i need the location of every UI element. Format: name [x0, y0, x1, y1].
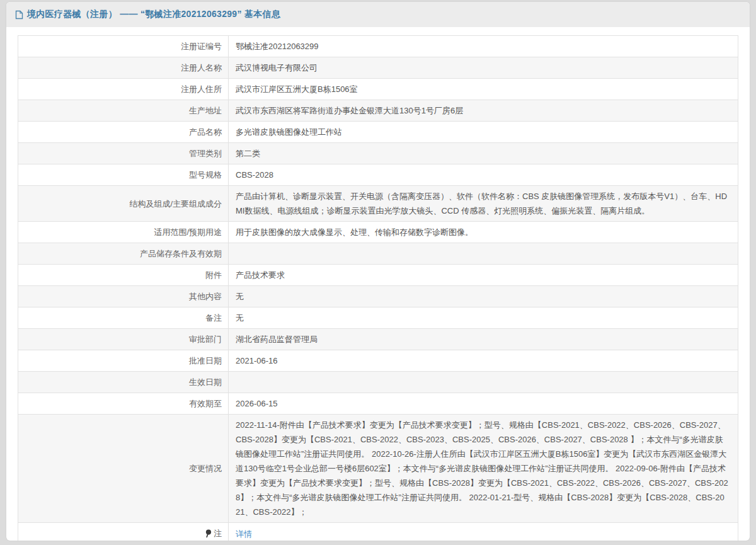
row-label-cell: 审批部门: [18, 329, 229, 350]
row-label: 结构及组成/主要组成成分: [129, 199, 222, 209]
row-value: 武汉博视电子有限公司: [229, 57, 738, 79]
row-label-cell: 备注: [18, 307, 229, 329]
row-label: 产品储存条件及有效期: [140, 249, 222, 258]
row-value: 第二类: [229, 143, 738, 164]
page-title: 境内医疗器械（注册） —— “鄂械注准20212063299” 基本信息: [27, 9, 280, 20]
row-label: 生效日期: [189, 377, 222, 387]
table-row: 注册证编号 鄂械注准20212063299: [18, 36, 738, 57]
row-value: 产品由计算机、诊断显示装置、开关电源（含隔离变压器）、软件（软件名称：CBS 皮…: [229, 186, 738, 222]
table-row: 型号规格 CBS-2028: [18, 164, 738, 186]
row-value: [229, 372, 738, 393]
row-label-cell: 批准日期: [18, 350, 229, 372]
document-icon: [15, 10, 23, 20]
table-row: 备注 无: [18, 307, 738, 329]
row-value: 无: [229, 307, 738, 329]
table-row: 有效期至 2026-06-15: [18, 393, 738, 415]
row-value: 鄂械注准20212063299: [229, 36, 738, 57]
row-label-cell: 注: [18, 523, 229, 541]
row-value: 武汉市江岸区五洲大厦B栋1506室: [229, 79, 738, 100]
row-label-cell: 产品名称: [18, 122, 229, 143]
row-label-cell: 附件: [18, 265, 229, 286]
row-value: 2026-06-15: [229, 393, 738, 415]
row-label: 注册人名称: [181, 63, 222, 72]
row-label: 有效期至: [189, 399, 222, 408]
row-label: 备注: [205, 313, 222, 323]
table-row: 注 详情: [18, 523, 738, 541]
row-label: 审批部门: [189, 335, 222, 344]
table-row: 产品储存条件及有效期: [18, 243, 738, 265]
row-label-cell: 有效期至: [18, 393, 229, 415]
row-label: 注: [214, 529, 222, 538]
table-row: 批准日期 2021-06-16: [18, 350, 738, 372]
table-row: 注册人名称 武汉博视电子有限公司: [18, 57, 738, 79]
row-value: 2022-11-14-附件由【产品技术要求】变更为【产品技术要求变更】；型号、规…: [229, 415, 738, 523]
table-row: 审批部门 湖北省药品监督管理局: [18, 329, 738, 350]
row-label-cell: 其他内容: [18, 286, 229, 307]
row-label: 型号规格: [189, 170, 222, 180]
table-container: 注册证编号 鄂械注准20212063299 注册人名称 武汉博视电子有限公司 注…: [6, 27, 750, 541]
row-value: 详情: [229, 523, 738, 541]
row-label-cell: 生效日期: [18, 372, 229, 393]
row-label: 生产地址: [189, 106, 222, 115]
row-label: 变更情况: [189, 464, 222, 473]
row-value: CBS-2028: [229, 164, 738, 186]
details-link[interactable]: 详情: [236, 529, 252, 539]
row-label: 注册证编号: [181, 42, 222, 51]
table-row: 注册人住所 武汉市江岸区五洲大厦B栋1506室: [18, 79, 738, 100]
row-value: 多光谱皮肤镜图像处理工作站: [229, 122, 738, 143]
table-row: 生效日期: [18, 372, 738, 393]
table-row: 附件 产品技术要求: [18, 265, 738, 286]
row-label-cell: 管理类别: [18, 143, 229, 164]
row-label-cell: 适用范围/预期用途: [18, 222, 229, 243]
row-label: 产品名称: [189, 127, 222, 137]
row-value: 产品技术要求: [229, 265, 738, 286]
row-label-cell: 注册人住所: [18, 79, 229, 100]
row-value: [229, 243, 738, 265]
row-label: 其他内容: [189, 292, 222, 301]
row-label: 附件: [205, 270, 222, 280]
pin-icon: [205, 527, 212, 541]
row-label-cell: 型号规格: [18, 164, 229, 186]
row-label-cell: 产品储存条件及有效期: [18, 243, 229, 265]
row-label: 管理类别: [189, 149, 222, 158]
row-value: 无: [229, 286, 738, 307]
table-row: 适用范围/预期用途 用于皮肤图像的放大成像显示、处理、传输和存储数字诊断图像。: [18, 222, 738, 243]
row-label-cell: 变更情况: [18, 415, 229, 523]
row-value: 2021-06-16: [229, 350, 738, 372]
table-row: 变更情况 2022-11-14-附件由【产品技术要求】变更为【产品技术要求变更】…: [18, 415, 738, 523]
table-row: 其他内容 无: [18, 286, 738, 307]
row-value: 武汉市东西湖区将军路街道办事处金银潭大道130号1号厂房6层: [229, 100, 738, 122]
table-row: 管理类别 第二类: [18, 143, 738, 164]
row-label: 注册人住所: [181, 84, 222, 94]
row-label-cell: 生产地址: [18, 100, 229, 122]
content-panel: 境内医疗器械（注册） —— “鄂械注准20212063299” 基本信息 注册证…: [6, 2, 750, 541]
row-value: 湖北省药品监督管理局: [229, 329, 738, 350]
row-label-cell: 结构及组成/主要组成成分: [18, 186, 229, 222]
row-value: 用于皮肤图像的放大成像显示、处理、传输和存储数字诊断图像。: [229, 222, 738, 243]
table-row: 生产地址 武汉市东西湖区将军路街道办事处金银潭大道130号1号厂房6层: [18, 100, 738, 122]
row-label: 适用范围/预期用途: [154, 227, 222, 237]
table-row: 产品名称 多光谱皮肤镜图像处理工作站: [18, 122, 738, 143]
row-label-cell: 注册证编号: [18, 36, 229, 57]
table-row: 结构及组成/主要组成成分 产品由计算机、诊断显示装置、开关电源（含隔离变压器）、…: [18, 186, 738, 222]
row-label: 批准日期: [189, 356, 222, 365]
page-header: 境内医疗器械（注册） —— “鄂械注准20212063299” 基本信息: [6, 2, 750, 27]
info-table: 注册证编号 鄂械注准20212063299 注册人名称 武汉博视电子有限公司 注…: [18, 35, 738, 541]
row-label-cell: 注册人名称: [18, 57, 229, 79]
